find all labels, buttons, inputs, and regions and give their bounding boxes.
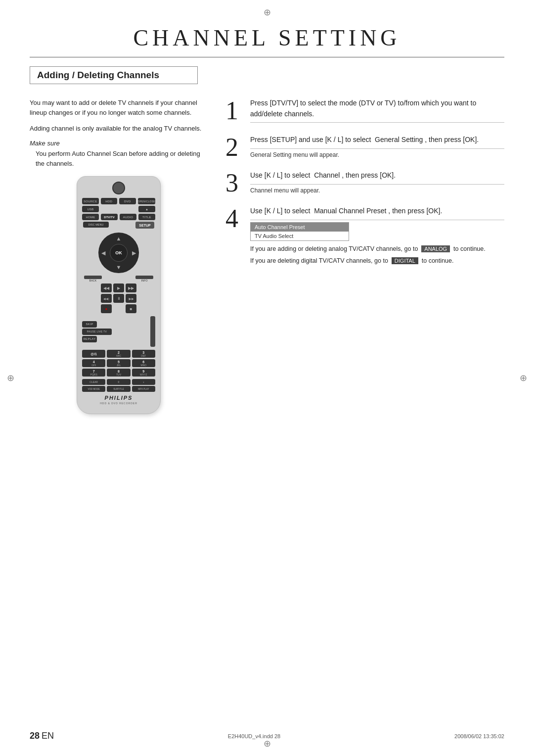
step-2: 2 Press [SETUP] and use [K / L] to selec… <box>225 135 504 160</box>
step-1: 1 Press [DTV/TV] to select the mode (DTV… <box>225 98 504 125</box>
mpx-play-button: MPX PLAY <box>132 386 155 392</box>
make-sure-label: Make sure <box>30 140 208 147</box>
play-button: ▶ <box>113 284 124 292</box>
left-column: You may want to add or delete TV channel… <box>30 98 208 414</box>
page-title: CHANNEL SETTING <box>30 25 504 57</box>
remote-illustration: SOURCE HDD DVD OPEN/CLOSE USB ▲ HOME <box>30 176 208 414</box>
vod-mode-button: VOD MODE <box>82 386 105 392</box>
menu-item-auto-channel: Auto Channel Preset <box>251 223 349 232</box>
footer-page-en: 28 EN <box>30 731 54 741</box>
page-number: 28 <box>30 731 40 741</box>
disc-menu-button: DISC MENU <box>83 222 109 228</box>
playback-row-3: ● ■ <box>101 304 136 313</box>
dtv-tv-button: DTV/TV <box>101 214 118 220</box>
num8-button: 8TUV <box>107 369 130 377</box>
main-content: You may want to add or delete TV channel… <box>30 98 504 414</box>
dvd-button: DVD <box>119 198 136 204</box>
section-heading: Adding / Deleting Channels <box>30 66 198 84</box>
remote-row-1: SOURCE HDD DVD OPEN/CLOSE <box>82 198 155 204</box>
home-button: HOME <box>82 214 99 220</box>
next-button: |▶▶ <box>126 294 136 303</box>
philips-logo: PHILIPS <box>105 395 133 401</box>
nav-left-arrow: ◀ <box>101 250 105 256</box>
remote-row-home: HOME DTV/TV AUDIO TITLE <box>82 214 155 220</box>
analog-continue-note: If you are adding or deleting analog TV/… <box>250 244 504 254</box>
step-4-number: 4 <box>225 206 243 232</box>
page: CHANNEL SETTING Adding / Deleting Channe… <box>0 0 534 756</box>
step-1-text: Press [DTV/TV] to select the mode (DTV o… <box>250 98 504 123</box>
ffwd-button: ▶▶ <box>126 284 136 292</box>
num5-button: 5JKL <box>107 359 130 367</box>
back-button <box>84 276 102 279</box>
num0-button: 0 <box>107 379 130 385</box>
analog-note-suffix: to continue. <box>453 245 486 252</box>
num6-button: 6MNO <box>132 359 155 367</box>
ok-button: OK <box>110 244 128 262</box>
subtitle-btn: SUBTITLE <box>107 386 130 392</box>
num9-button: 9WXYZ <box>132 369 155 377</box>
skip-button: SKIP <box>82 321 97 328</box>
step-3: 3 Use [K / L] to select Channel , then p… <box>225 170 504 196</box>
lang-label: EN <box>42 731 54 741</box>
extra-row-1: VOD MODE SUBTITLE MPX PLAY <box>82 386 155 392</box>
nav-up-arrow: ▲ <box>116 236 122 241</box>
channel-menu-box: Auto Channel Preset TV Audio Select <box>250 222 349 241</box>
clear-button: CLEAR <box>82 379 105 385</box>
replay-button: REPLAY <box>82 336 97 342</box>
footer-date: 2008/06/02 13:35:02 <box>454 733 504 739</box>
playback-row-2: ◀◀| ⏸ |▶▶ <box>101 294 136 303</box>
num3-button: 3DEF <box>132 350 155 358</box>
analog-note-text: If you are adding or deleting analog TV/… <box>250 245 418 252</box>
arrow-up-button: ▲ <box>138 206 155 212</box>
digital-note-suffix: to continue. <box>422 257 454 264</box>
analog-note: Adding channel is only available for the… <box>30 124 208 134</box>
digital-note-text: If you are deleting digital TV/CATV chan… <box>250 257 388 264</box>
power-button <box>112 182 125 194</box>
nav-down-arrow: ▼ <box>116 264 122 270</box>
stop-button: ■ <box>126 304 136 313</box>
intro-text: You may want to add or delete TV channel… <box>30 98 208 118</box>
num1-button: @/1 <box>82 350 105 358</box>
remote-subtitle: HDD & DVD RECORDER <box>100 402 137 405</box>
open-close-button: OPEN/CLOSE <box>138 198 156 204</box>
info-button <box>135 276 153 279</box>
analog-tag: ANALOG <box>421 245 450 252</box>
step-2-content: Press [SETUP] and use [K / L] to select … <box>250 135 504 159</box>
step-3-note: Channel menu will appear. <box>250 187 504 195</box>
audio-button: AUDIO <box>120 214 136 220</box>
usb-button: USB <box>82 206 99 212</box>
step-4: 4 Use [K / L] to select Manual Channel P… <box>225 206 504 266</box>
prev-button: ◀◀| <box>101 294 112 303</box>
title-button: TITLE <box>138 214 155 220</box>
nav-pad: ▲ ▼ ◀ ▶ OK <box>98 233 139 273</box>
digital-continue-note: If you are deleting digital TV/CATV chan… <box>250 256 504 266</box>
menu-item-tv-audio: TV Audio Select <box>251 232 349 240</box>
num4-button: 4GHI <box>82 359 105 367</box>
digital-tag: DIGITAL <box>392 257 418 264</box>
numpad: @/1 2ABC 3DEF 4GHI 5JKL <box>82 350 155 377</box>
step-3-number: 3 <box>225 170 243 196</box>
num7-button: 7PQRS <box>82 369 105 377</box>
right-column: 1 Press [DTV/TV] to select the mode (DTV… <box>225 98 504 414</box>
footer: 28 EN E2H40UD_v4.indd 28 2008/06/02 13:3… <box>30 731 504 741</box>
step-4-content: Use [K / L] to select Manual Channel Pre… <box>250 206 504 266</box>
setup-button: SETUP <box>135 222 154 229</box>
make-sure-text: You perform Auto Channel Scan before add… <box>36 149 208 168</box>
num2-button: 2ABC <box>107 350 130 358</box>
footer-file: E2H40UD_v4.indd 28 <box>228 733 280 739</box>
step-1-content: Press [DTV/TV] to select the mode (DTV o… <box>250 98 504 125</box>
remote-control: SOURCE HDD DVD OPEN/CLOSE USB ▲ HOME <box>77 176 161 414</box>
remote-row-usb: USB ▲ <box>82 206 155 212</box>
pause-live-tv-button: PAUSE LIVE TV <box>82 329 112 335</box>
plus-button: + <box>132 379 155 385</box>
source-button: SOURCE <box>82 198 99 204</box>
pause-button: ⏸ <box>113 294 124 303</box>
step-2-note: General Setting menu will appear. <box>250 151 504 159</box>
step-4-text: Use [K / L] to select Manual Channel Pre… <box>250 206 504 220</box>
volume-slider <box>150 316 155 347</box>
playback-row-1: ◀◀ ▶ ▶▶ <box>101 284 136 292</box>
hdd-button: HDD <box>101 198 118 204</box>
step-3-content: Use [K / L] to select Channel , then pre… <box>250 170 504 194</box>
step-2-number: 2 <box>225 135 243 160</box>
step-1-number: 1 <box>225 98 243 124</box>
